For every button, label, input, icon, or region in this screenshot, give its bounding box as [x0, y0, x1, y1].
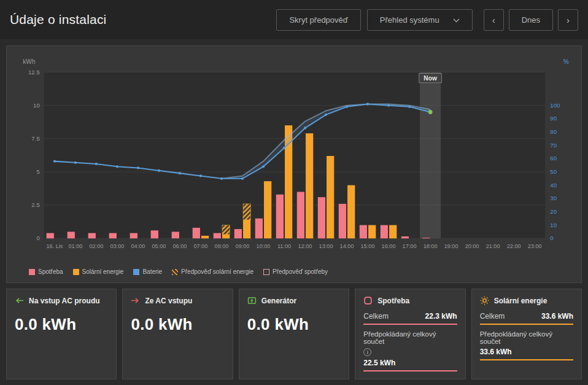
svg-text:2.5: 2.5 [31, 201, 39, 208]
svg-text:16:00: 16:00 [382, 243, 396, 249]
svg-text:03:00: 03:00 [110, 243, 124, 249]
card-label: Generátor [261, 297, 296, 305]
system-overview-dropdown[interactable]: Přehled systému [367, 9, 473, 31]
svg-text:04:00: 04:00 [131, 243, 145, 249]
legend-item[interactable]: Předpověď spotřeby [263, 268, 328, 275]
svg-text:0: 0 [550, 235, 553, 241]
card-value: 0.0 kWh [247, 315, 341, 334]
svg-text:70: 70 [550, 142, 557, 149]
card-value: 0.0 kWh [15, 315, 108, 334]
card-label: Spotřeba [377, 297, 409, 305]
legend-item[interactable]: Předpověď solární energie [172, 268, 253, 275]
svg-text:20: 20 [550, 208, 557, 215]
svg-text:09:00: 09:00 [236, 243, 250, 249]
svg-text:0: 0 [36, 235, 39, 241]
card-ac-input-from: Ze AC vstupu 0.0 kWh [122, 289, 233, 379]
svg-text:08:00: 08:00 [215, 243, 229, 249]
legend-label: Solární energie [82, 268, 124, 275]
total-value: 33.6 kWh [541, 312, 573, 321]
svg-text:10: 10 [33, 102, 40, 109]
total-label: Celkem [363, 312, 389, 321]
accent-divider [480, 324, 573, 325]
main-content: 02.557.51012.50102030405060708090100kWh%… [0, 39, 588, 385]
svg-text:10:00: 10:00 [257, 243, 271, 249]
legend-label: Předpověď spotřeby [273, 268, 328, 275]
legend-item[interactable]: Solární energie [73, 268, 124, 275]
svg-text:07:00: 07:00 [194, 243, 208, 249]
total-value: 22.3 kWh [425, 312, 457, 321]
card-ac-input-to: Na vstup AC proudu 0.0 kWh [6, 289, 117, 379]
next-day-button[interactable]: › [558, 9, 578, 31]
card-label: Solární energie [494, 297, 547, 305]
header-controls: Skryt předpověď Přehled systému ‹ Dnes › [276, 9, 578, 31]
svg-text:05:00: 05:00 [152, 243, 166, 249]
page-title: Údaje o instalaci [10, 12, 107, 27]
forecast-total-label: Předpokládaný celkový součet [363, 330, 457, 345]
svg-text:22:00: 22:00 [507, 243, 521, 249]
today-button[interactable]: Dnes [509, 9, 553, 31]
svg-text:100: 100 [550, 102, 560, 109]
card-generator: Generátor 0.0 kWh [239, 289, 349, 379]
svg-text:90: 90 [550, 115, 557, 122]
svg-text:21:00: 21:00 [486, 243, 500, 249]
svg-text:01:00: 01:00 [68, 243, 82, 249]
svg-text:7.5: 7.5 [31, 135, 39, 142]
legend-swatch [29, 269, 35, 275]
svg-text:18:00: 18:00 [424, 243, 438, 249]
total-label: Celkem [480, 312, 505, 321]
legend-item[interactable]: Baterie [133, 268, 162, 275]
hide-forecast-button[interactable]: Skryt předpověď [276, 9, 360, 31]
summary-cards: Na vstup AC proudu 0.0 kWh Ze AC vstupu … [6, 289, 582, 379]
forecast-total-value: 22.5 kWh [363, 359, 457, 367]
svg-text:14:00: 14:00 [340, 243, 354, 249]
forecast-total-label: Předpokládaný celkový součet [480, 330, 573, 345]
legend-swatch [73, 269, 79, 275]
svg-text:16. Lis: 16. Lis [46, 243, 63, 249]
date-nav: ‹ Dnes › [484, 9, 578, 31]
svg-text:30: 30 [550, 195, 557, 201]
svg-text:23:00: 23:00 [528, 243, 542, 249]
legend-item[interactable]: Spotřeba [29, 268, 63, 275]
sun-icon [480, 296, 489, 305]
generator-icon [247, 296, 257, 305]
svg-text:17:00: 17:00 [403, 243, 417, 249]
legend-swatch [172, 269, 178, 275]
accent-divider [363, 370, 457, 371]
info-icon[interactable]: i [363, 348, 371, 356]
energy-chart[interactable]: 02.557.51012.50102030405060708090100kWh%… [13, 53, 575, 265]
chart-panel: 02.557.51012.50102030405060708090100kWh%… [6, 45, 582, 283]
svg-text:02:00: 02:00 [89, 243, 103, 249]
svg-text:12:00: 12:00 [298, 243, 312, 249]
prev-day-button[interactable]: ‹ [484, 9, 504, 31]
chart-legend: SpotřebaSolární energieBateriePředpověď … [13, 265, 575, 280]
svg-text:5: 5 [36, 168, 39, 175]
svg-text:13:00: 13:00 [319, 243, 333, 249]
svg-text:12.5: 12.5 [28, 69, 40, 76]
svg-text:11:00: 11:00 [277, 243, 291, 249]
card-consumption: Spotřeba Celkem 22.3 kWh Předpokládaný c… [355, 289, 465, 379]
accent-divider [363, 324, 457, 325]
card-solar: Solární energie Celkem 33.6 kWh Předpokl… [471, 289, 582, 379]
svg-text:Now: Now [424, 75, 437, 82]
svg-text:20:00: 20:00 [465, 243, 479, 249]
svg-text:80: 80 [550, 128, 557, 135]
svg-text:kWh: kWh [23, 58, 35, 65]
top-bar: Údaje o instalaci Skryt předpověď Přehle… [0, 0, 588, 39]
svg-text:19:00: 19:00 [444, 243, 458, 249]
svg-text:%: % [563, 58, 569, 65]
chevron-down-icon [453, 15, 460, 25]
legend-swatch [133, 269, 139, 275]
svg-text:06:00: 06:00 [173, 243, 187, 249]
legend-swatch [263, 269, 269, 275]
svg-text:40: 40 [550, 182, 557, 189]
svg-text:50: 50 [550, 168, 557, 175]
forecast-total-value: 33.6 kWh [480, 348, 573, 356]
card-label: Ze AC vstupu [145, 297, 192, 305]
legend-label: Baterie [142, 268, 162, 275]
accent-divider [480, 359, 573, 360]
arrow-left-icon [15, 296, 24, 305]
svg-text:15:00: 15:00 [361, 243, 375, 249]
legend-label: Spotřeba [38, 268, 63, 275]
arrow-right-icon [131, 296, 140, 305]
card-label: Na vstup AC proudu [29, 297, 100, 305]
